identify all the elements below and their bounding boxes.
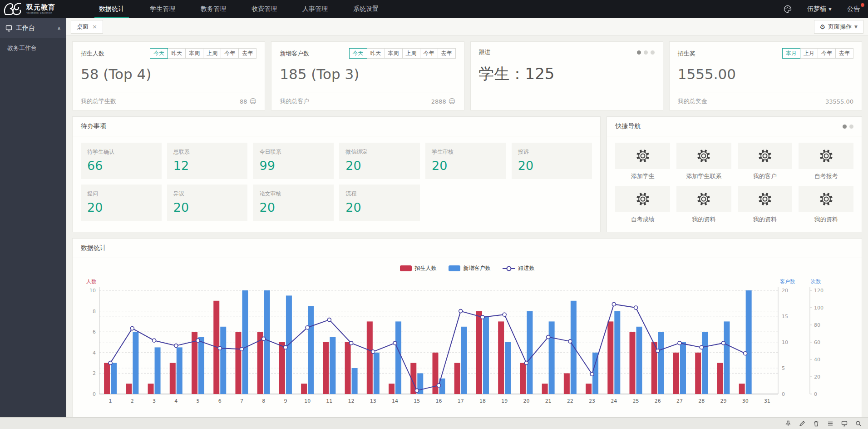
quicknav-item-添加学生联系[interactable]: 添加学生联系	[676, 143, 731, 180]
period-filter-group: 今天昨天本周上周今年去年	[350, 48, 456, 59]
nav-item-教务管理[interactable]: 教务管理	[188, 0, 239, 18]
filter-button-上周[interactable]: 上周	[203, 48, 221, 59]
filter-button-去年[interactable]: 去年	[835, 48, 853, 59]
quicknav-item-我的客户[interactable]: 我的客户	[738, 143, 793, 180]
todo-item-微信绑定[interactable]: 微信绑定20	[339, 143, 420, 179]
svg-text:60: 60	[814, 339, 820, 345]
filter-button-今天[interactable]: 今天	[150, 48, 168, 59]
list-icon[interactable]	[827, 420, 833, 427]
nav-item-收费管理[interactable]: 收费管理	[239, 0, 290, 18]
filter-button-本月[interactable]: 本月	[782, 48, 800, 59]
svg-text:1: 1	[109, 398, 112, 404]
todo-item-投诉[interactable]: 投诉20	[512, 143, 592, 179]
user-menu[interactable]: 伍梦楠 ▼	[807, 5, 832, 13]
edit-icon[interactable]	[799, 420, 805, 427]
legend-item-跟进数[interactable]: 跟进数	[503, 264, 535, 272]
todo-item-value: 20	[345, 200, 414, 214]
monitor-icon[interactable]	[841, 420, 848, 427]
svg-text:30: 30	[742, 398, 749, 404]
card-footer-label: 我的总学生数	[81, 97, 116, 105]
quicknav-item-我的资料[interactable]: 我的资料	[676, 186, 731, 224]
filter-button-今年[interactable]: 今年	[818, 48, 836, 59]
main-menu: 数据统计学生管理教务管理收费管理人事管理系统设置	[86, 0, 391, 18]
legend-label: 招生人数	[415, 264, 437, 272]
svg-text:次数: 次数	[811, 279, 821, 284]
nav-right: 伍梦楠 ▼ 公告	[784, 5, 868, 13]
todo-item-总联系[interactable]: 总联系12	[167, 143, 248, 179]
todo-item-label: 流程	[345, 190, 414, 198]
pin-icon[interactable]	[784, 420, 791, 427]
todo-item-label: 微信绑定	[345, 148, 414, 156]
filter-button-本周[interactable]: 本周	[385, 48, 403, 59]
page-actions-button[interactable]: ⚙ 页面操作 ▼	[814, 20, 863, 34]
filter-button-本周[interactable]: 本周	[185, 48, 203, 59]
todo-item-value: 12	[173, 159, 242, 173]
nav-item-数据统计[interactable]: 数据统计	[86, 0, 137, 18]
todo-item-待学生确认[interactable]: 待学生确认66	[81, 143, 162, 179]
filter-button-今年[interactable]: 今年	[420, 48, 438, 59]
gear-icon	[799, 143, 853, 169]
carousel-dot[interactable]	[637, 50, 641, 55]
svg-text:5: 5	[782, 365, 785, 371]
carousel-dot[interactable]	[849, 125, 853, 129]
workbench-icon	[5, 25, 12, 32]
svg-text:14: 14	[392, 398, 398, 404]
quicknav-item-我的资料[interactable]: 我的资料	[799, 186, 853, 224]
card-title: 新增客户数	[280, 50, 309, 58]
svg-text:5: 5	[197, 398, 200, 404]
svg-text:2: 2	[93, 370, 96, 376]
notice-button[interactable]: 公告	[847, 5, 860, 13]
nav-item-系统设置[interactable]: 系统设置	[340, 0, 391, 18]
notice-badge	[861, 3, 864, 7]
filter-button-昨天[interactable]: 昨天	[168, 48, 186, 59]
sidebar-workbench-header[interactable]: 工作台 ∧	[0, 18, 66, 38]
todo-item-异议[interactable]: 异议20	[167, 185, 248, 221]
app-logo[interactable]: 双元教育 Vocational Education	[0, 2, 86, 16]
tab-desktop[interactable]: 桌面 ×	[71, 20, 103, 34]
legend-swatch	[449, 265, 460, 271]
legend-item-招生人数[interactable]: 招生人数	[400, 264, 437, 272]
filter-button-上周[interactable]: 上周	[402, 48, 420, 59]
nav-item-学生管理[interactable]: 学生管理	[137, 0, 188, 18]
quicknav-item-label: 我的资料	[738, 215, 793, 224]
quicknav-item-自考报考[interactable]: 自考报考	[799, 143, 853, 180]
close-icon[interactable]: ×	[92, 23, 97, 30]
carousel-dot[interactable]	[644, 50, 648, 55]
todo-item-提问[interactable]: 提问20	[81, 185, 162, 221]
quicknav-item-我的资料[interactable]: 我的资料	[738, 186, 793, 224]
todo-item-论文审核[interactable]: 论文审核20	[253, 185, 334, 221]
filter-button-昨天[interactable]: 昨天	[367, 48, 385, 59]
filter-button-今天[interactable]: 今天	[349, 48, 367, 59]
card-footer-value: 88	[240, 98, 247, 105]
workbench-label: 工作台	[16, 24, 54, 32]
todo-item-今日联系[interactable]: 今日联系99	[253, 143, 334, 179]
trash-icon[interactable]	[813, 420, 819, 427]
filter-button-今年[interactable]: 今年	[221, 48, 239, 59]
card-value: 学生：125	[479, 64, 655, 105]
todo-item-流程[interactable]: 流程20	[339, 185, 420, 221]
search-icon[interactable]	[855, 420, 862, 427]
card-value: 185 (Top 3)	[280, 66, 455, 93]
legend-item-新增客户数[interactable]: 新增客户数	[449, 264, 491, 272]
carousel-dot[interactable]	[843, 125, 847, 129]
filter-button-上月[interactable]: 上月	[800, 48, 818, 59]
quicknav-item-添加学生[interactable]: 添加学生	[615, 143, 670, 180]
panel-title: 数据统计	[81, 244, 106, 252]
carousel-dot[interactable]	[651, 50, 655, 55]
todo-item-学生审核[interactable]: 学生审核20	[425, 143, 506, 179]
filter-button-去年[interactable]: 去年	[438, 48, 456, 59]
sidebar-item-jiaowu-workbench[interactable]: 教务工作台	[0, 38, 66, 58]
filter-button-去年[interactable]: 去年	[238, 48, 256, 59]
svg-text:20: 20	[523, 398, 529, 404]
svg-text:11: 11	[326, 398, 332, 404]
theme-palette-icon[interactable]	[784, 5, 792, 13]
gear-icon	[676, 143, 731, 169]
chevron-down-icon: ▼	[854, 25, 858, 29]
svg-text:15: 15	[414, 398, 420, 404]
todo-item-label: 投诉	[518, 148, 586, 156]
quicknav-item-自考成绩[interactable]: 自考成绩	[615, 186, 670, 224]
nav-item-人事管理[interactable]: 人事管理	[290, 0, 340, 18]
tab-label: 桌面	[77, 23, 89, 31]
legend-swatch	[400, 265, 412, 271]
svg-text:27: 27	[676, 398, 683, 404]
